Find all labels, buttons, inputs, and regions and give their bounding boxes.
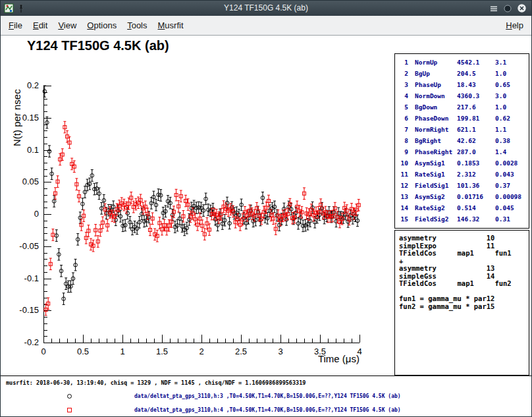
app-icon[interactable] xyxy=(4,3,14,13)
data-series-circle xyxy=(43,86,359,304)
menu-item-view[interactable]: View xyxy=(53,16,82,35)
menu-item-edit[interactable]: Edit xyxy=(28,16,53,35)
menu-item-file[interactable]: File xyxy=(3,16,28,35)
svg-text:0.05: 0.05 xyxy=(22,177,39,186)
menu-item-tools[interactable]: Tools xyxy=(122,16,152,35)
fit-stats-line: musrfit: 2018-06-30, 13:19:40, chisq = 1… xyxy=(6,379,306,386)
param-row: 3PhaseUp18.430.65 xyxy=(398,79,529,90)
fit-parameters-panel: 1NormUp4542.13.12BgUp204.51.03PhaseUp18.… xyxy=(394,53,529,229)
theory-line: fun2 = gamma_mu * par15 xyxy=(399,303,529,311)
close-icon[interactable] xyxy=(517,3,527,13)
param-row: 13AsymSig20.017160.00098 xyxy=(398,191,529,202)
theory-panel: asymmetry 10simplExpo 11TFieldCos map1 f… xyxy=(394,230,529,375)
theory-line: fun1 = gamma_mu * par12 xyxy=(399,295,529,303)
svg-text:-0.2: -0.2 xyxy=(24,337,39,347)
param-row: 11RateSig12.3120.043 xyxy=(398,169,529,180)
param-row: 1NormUp4542.13.1 xyxy=(398,57,529,68)
menubar: FileEditViewOptionsToolsMusrfitHelp xyxy=(1,16,531,36)
maximize-icon[interactable] xyxy=(503,4,512,13)
svg-text:0.5: 0.5 xyxy=(77,347,89,356)
legend-row: data/deltat_pta_gps_3110,h:3 ,T0=4.50K,T… xyxy=(1,393,531,401)
window: Y124 TF150G 4.5K (ab) FileEditViewOption… xyxy=(0,0,532,417)
svg-text:2: 2 xyxy=(199,347,203,356)
theory-line: asymmetry 10 xyxy=(399,235,529,242)
menu-item-musrfit[interactable]: Musrfit xyxy=(153,16,189,35)
param-row: 10AsymSig10.18530.0028 xyxy=(398,157,529,169)
legend-marker-square-icon xyxy=(67,408,72,412)
window-menu-icon[interactable] xyxy=(489,4,498,13)
menu-item-options[interactable]: Options xyxy=(82,16,122,35)
param-row: 6PhaseDown199.810.62 xyxy=(398,113,529,124)
param-row: 9PhaseRight287.01.4 xyxy=(398,146,529,157)
svg-text:1: 1 xyxy=(120,347,124,356)
param-row: 4NormDown4360.33.0 xyxy=(398,90,529,101)
param-row: 5BgDown217.61.0 xyxy=(398,101,529,113)
svg-text:-0.1: -0.1 xyxy=(24,273,39,283)
svg-text:-0.15: -0.15 xyxy=(19,305,39,315)
svg-text:0: 0 xyxy=(34,209,39,219)
info-pane: musrfit: 2018-06-30, 13:19:40, chisq = 1… xyxy=(1,375,531,416)
data-series-square xyxy=(44,121,360,316)
pin-icon[interactable] xyxy=(17,4,25,13)
param-row: 14RateSig20.5140.045 xyxy=(398,202,529,213)
svg-text:1.5: 1.5 xyxy=(156,347,168,356)
param-row: 8BgRight42.620.38 xyxy=(398,135,529,146)
svg-text:0.1: 0.1 xyxy=(27,145,39,155)
param-row: 7NormRight621.11.1 xyxy=(398,124,529,135)
theory-line: TFieldCos map1 fun1 xyxy=(399,250,529,258)
root-canvas: Y124 TF150G 4.5K (ab) 00.511.522.533.54-… xyxy=(1,36,531,416)
y-axis-title: N(t) per nsec xyxy=(11,89,22,146)
menu-item-help[interactable]: Help xyxy=(500,16,529,35)
x-axis-title: Time (μs) xyxy=(318,353,359,364)
window-title: Y124 TF150G 4.5K (ab) xyxy=(1,1,531,16)
legend-label: data/deltat_pta_gps_3110,h:3 ,T0=4.50K,T… xyxy=(134,393,401,399)
svg-text:0: 0 xyxy=(41,347,45,356)
svg-text:0.15: 0.15 xyxy=(22,113,39,123)
param-row: 2BgUp204.51.0 xyxy=(398,68,529,79)
svg-text:3: 3 xyxy=(278,347,282,356)
svg-text:2.5: 2.5 xyxy=(235,347,247,356)
theory-line: asymmetry 13 xyxy=(399,265,529,273)
svg-text:-0.05: -0.05 xyxy=(19,241,39,251)
titlebar: Y124 TF150G 4.5K (ab) xyxy=(1,1,531,16)
param-row: 12FieldSig1101.360.37 xyxy=(398,180,529,191)
svg-text:0.2: 0.2 xyxy=(27,80,39,90)
param-row: 15FieldSig2146.320.31 xyxy=(398,213,529,225)
legend-marker-circle-icon xyxy=(67,394,72,399)
plot-canvas[interactable]: 00.511.522.533.54-0.2-0.15-0.1-0.0500.05… xyxy=(1,36,390,373)
legend-row: data/deltat_pta_gps_3110,h:4 ,T0=4.50K,T… xyxy=(1,407,531,415)
theory-line: TFieldCos map1 fun2 xyxy=(399,280,529,288)
legend-label: data/deltat_pta_gps_3110,h:4 ,T0=4.50K,T… xyxy=(134,407,401,413)
